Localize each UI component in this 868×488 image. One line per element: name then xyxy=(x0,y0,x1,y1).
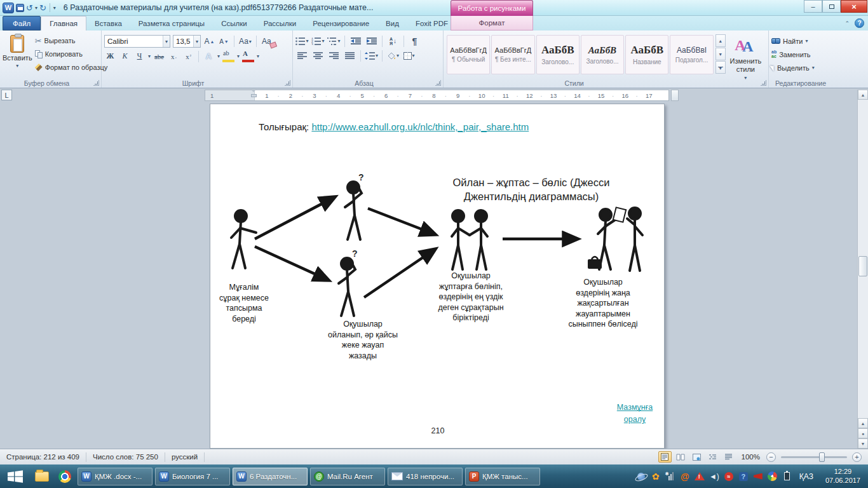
justify-button[interactable] xyxy=(343,50,356,62)
paragraph-dialog-launcher[interactable] xyxy=(435,80,441,86)
close-button[interactable]: × xyxy=(841,0,867,13)
intro-hyperlink[interactable]: http://www.eazhull.org.uk/nlc/think,_pai… xyxy=(311,121,529,132)
style-card-no-spacing[interactable]: АаБбВвГгД¶ Без инте... xyxy=(491,35,534,74)
taskbar-word-active[interactable]: W6 Раздаточн... xyxy=(233,468,308,485)
tab-file[interactable]: Файл xyxy=(3,16,41,30)
tab-insert[interactable]: Вставка xyxy=(86,17,130,30)
fullscreen-reading-view-button[interactable] xyxy=(674,451,688,463)
increase-indent-button[interactable] xyxy=(365,35,378,47)
font-color-button[interactable]: А xyxy=(242,50,254,62)
minimize-ribbon-icon[interactable]: ⌃ xyxy=(844,20,850,27)
text-effects-button[interactable]: А xyxy=(203,50,215,62)
style-card-heading2[interactable]: АаБбВЗаголово... xyxy=(581,35,624,74)
tab-page-layout[interactable]: Разметка страницы xyxy=(130,17,213,30)
font-dialog-launcher[interactable] xyxy=(285,80,290,86)
tab-view[interactable]: Вид xyxy=(377,17,407,30)
document-page[interactable]: Толығырақ: http://www.eazhull.org.uk/nlc… xyxy=(210,104,665,449)
decrease-indent-button[interactable] xyxy=(349,35,362,47)
file-explorer-button[interactable] xyxy=(31,464,53,488)
zoom-in-button[interactable]: + xyxy=(852,452,862,462)
style-card-subtitle[interactable]: АаБбВвІПодзагол... xyxy=(670,35,713,74)
format-painter-button[interactable]: Формат по образцу xyxy=(35,62,108,73)
indent-markers[interactable] xyxy=(250,89,257,99)
select-browse-object-icon[interactable]: ● xyxy=(858,428,868,438)
align-right-button[interactable] xyxy=(327,50,341,62)
clock[interactable]: 12:29 07.06.2017 xyxy=(820,468,865,485)
clear-formatting-button[interactable]: Аа xyxy=(261,36,273,48)
underline-button[interactable]: Ч xyxy=(133,50,146,62)
tab-references[interactable]: Ссылки xyxy=(213,17,255,30)
speaker-icon[interactable]: ◄) xyxy=(709,471,719,482)
warning-icon[interactable]: ! xyxy=(695,471,705,482)
show-paragraph-marks-button[interactable]: ¶ xyxy=(408,35,421,47)
bullets-button[interactable]: ▾ xyxy=(295,35,309,47)
zoom-slider-thumb[interactable] xyxy=(819,452,825,462)
battery-icon[interactable] xyxy=(782,471,792,482)
ruler-toggle-button[interactable] xyxy=(671,90,679,101)
previous-page-icon[interactable]: ▲ xyxy=(858,418,868,428)
status-word-count[interactable]: Число слов: 75 250 xyxy=(86,452,165,462)
numbering-button[interactable]: 123▾ xyxy=(311,35,325,47)
scroll-up-icon[interactable]: ▲ xyxy=(858,90,868,100)
save-icon[interactable] xyxy=(16,4,24,12)
styles-gallery-expand-icon[interactable]: ▼ xyxy=(715,61,726,74)
tab-format[interactable]: Формат xyxy=(479,16,505,30)
next-page-icon[interactable]: ▼ xyxy=(858,438,868,449)
help-icon[interactable]: ? xyxy=(855,18,864,28)
bold-button[interactable]: Ж xyxy=(104,50,116,62)
vertical-scrollbar[interactable]: ▲ ▲ ● ▼ xyxy=(857,90,868,449)
saturn-icon[interactable] xyxy=(636,471,646,482)
status-language[interactable]: русский xyxy=(165,452,205,462)
taskbar-powerpoint[interactable]: PҚМЖ таныс... xyxy=(465,468,540,485)
strikethrough-button[interactable]: abe xyxy=(153,50,165,62)
outline-view-button[interactable] xyxy=(706,451,719,463)
redo-icon[interactable]: ↻ xyxy=(39,4,46,12)
tab-foxit-pdf[interactable]: Foxit PDF xyxy=(407,17,456,30)
taskbar-word-1[interactable]: WҚМЖ .docx -... xyxy=(78,468,153,485)
change-case-button[interactable]: Аа▾ xyxy=(238,36,252,48)
replace-button[interactable]: abacЗаменить xyxy=(771,49,830,60)
tab-mailings[interactable]: Рассылки xyxy=(255,17,305,30)
scrollbar-thumb[interactable] xyxy=(858,256,867,276)
align-center-button[interactable] xyxy=(311,50,325,62)
back-to-contents-link[interactable]: Мазмұнға оралу xyxy=(608,402,661,426)
minimize-button[interactable]: – xyxy=(804,0,822,13)
restore-button[interactable] xyxy=(822,0,841,13)
shrink-font-button[interactable]: А▼ xyxy=(218,36,230,48)
styles-scroll-down-icon[interactable]: ▼ xyxy=(715,48,726,60)
text-effects-dropdown-icon[interactable]: ▾ xyxy=(217,53,220,59)
tab-home[interactable]: Главная xyxy=(41,16,86,30)
chrome-button[interactable] xyxy=(53,464,76,488)
language-indicator[interactable]: ҚАЗ xyxy=(797,472,816,481)
draft-view-button[interactable] xyxy=(722,451,735,463)
horizontal-ruler[interactable]: 1 1234567891011121314151617 xyxy=(205,90,669,101)
borders-button[interactable]: ▾ xyxy=(402,50,416,62)
superscript-button[interactable]: x² xyxy=(182,50,194,62)
sort-button[interactable]: АЯ↓ xyxy=(386,35,400,47)
paste-button[interactable]: Вставить ▾ xyxy=(3,32,32,73)
paste-dropdown-icon[interactable]: ▾ xyxy=(16,63,18,69)
pinwheel-icon[interactable] xyxy=(768,471,778,482)
zoom-out-button[interactable]: − xyxy=(766,452,776,462)
undo-icon[interactable]: ↺ xyxy=(26,4,33,12)
zoom-slider[interactable] xyxy=(781,456,847,458)
zoom-level[interactable]: 100% xyxy=(742,453,760,461)
subscript-button[interactable]: x₂ xyxy=(168,50,180,62)
underline-dropdown-icon[interactable]: ▾ xyxy=(148,53,151,59)
highlight-dropdown-icon[interactable]: ▾ xyxy=(237,53,240,59)
cut-button[interactable]: ✂Вырезать xyxy=(35,35,108,46)
at-mail-icon[interactable]: @ xyxy=(680,471,690,482)
line-spacing-button[interactable]: ▾ xyxy=(365,50,378,62)
change-styles-button[interactable]: АА Изменить стили ▾ xyxy=(726,34,766,81)
multilevel-list-button[interactable]: ▾ xyxy=(327,35,341,47)
taskbar-word-2[interactable]: WБиология 7 ... xyxy=(155,468,230,485)
italic-button[interactable]: К xyxy=(119,50,131,62)
status-page-info[interactable]: Страница: 212 из 409 xyxy=(0,452,86,462)
word-logo-icon[interactable]: W xyxy=(3,3,14,13)
undo-dropdown-icon[interactable]: ▾ xyxy=(35,5,37,11)
font-color-dropdown-icon[interactable]: ▾ xyxy=(257,53,259,59)
shading-button[interactable]: ▾ xyxy=(386,50,400,62)
red-swirl-icon[interactable]: ≈ xyxy=(724,471,734,482)
copy-button[interactable]: Копировать xyxy=(35,48,108,60)
select-button[interactable]: Выделить▾ xyxy=(771,62,830,73)
